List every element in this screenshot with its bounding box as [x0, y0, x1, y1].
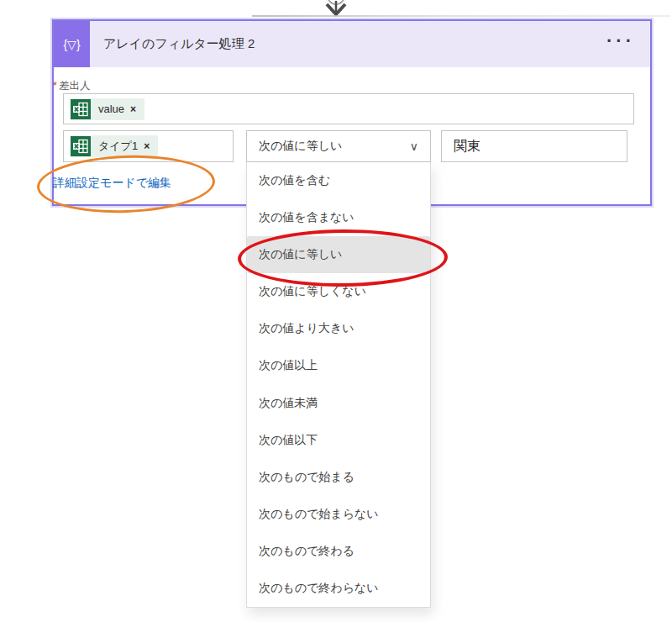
operator-dropdown-list: 次の値を含む 次の値を含まない 次の値に等しい 次の値に等しくない 次の値より大… — [246, 162, 431, 608]
filter-array-icon: {▽} — [54, 21, 90, 67]
dropdown-option[interactable]: 次の値を含まない — [247, 199, 430, 236]
operator-select[interactable]: 次の値に等しい ∨ — [246, 130, 431, 162]
from-field-input[interactable]: value × — [63, 93, 634, 124]
from-label-text: 差出人 — [59, 80, 91, 92]
from-field-label: *差出人 — [53, 79, 90, 93]
type-token[interactable]: タイプ1 × — [71, 135, 158, 157]
chevron-down-icon: ∨ — [410, 140, 418, 153]
operator-selected-value: 次の値に等しい — [259, 139, 342, 154]
dropdown-option[interactable]: 次のもので終わる — [247, 533, 430, 570]
right-operand-box[interactable] — [441, 130, 627, 162]
dropdown-option[interactable]: 次の値以上 — [247, 347, 430, 384]
remove-token-button[interactable]: × — [144, 140, 150, 152]
advanced-mode-link[interactable]: 詳細設定モードで編集 — [53, 176, 171, 191]
dropdown-option[interactable]: 次のもので始まらない — [247, 496, 430, 533]
dropdown-option-selected[interactable]: 次の値に等しい — [247, 236, 430, 273]
value-token[interactable]: value × — [71, 98, 144, 120]
cropped-shadow-line — [252, 15, 670, 17]
dropdown-option[interactable]: 次の値に等しくない — [247, 273, 430, 310]
dropdown-option[interactable]: 次の値より大きい — [247, 310, 430, 347]
filter-glyph: {▽} — [63, 38, 80, 51]
required-marker: * — [53, 80, 57, 92]
dropdown-option[interactable]: 次のもので終わらない — [247, 570, 430, 607]
dropdown-option[interactable]: 次の値を含む — [247, 162, 430, 199]
dropdown-option[interactable]: 次の値以下 — [247, 422, 430, 459]
card-title: アレイのフィルター処理 2 — [103, 36, 255, 52]
excel-icon — [71, 136, 91, 156]
token-label: value — [98, 103, 124, 115]
more-options-button[interactable]: ··· — [606, 33, 635, 56]
remove-token-button[interactable]: × — [130, 103, 136, 115]
right-operand-input[interactable] — [452, 138, 615, 155]
card-header[interactable]: {▽} アレイのフィルター処理 2 ··· — [54, 21, 650, 67]
token-label: タイプ1 — [98, 139, 138, 154]
left-operand-input[interactable]: タイプ1 × — [63, 130, 234, 162]
page: {▽} アレイのフィルター処理 2 ··· *差出人 value × — [0, 0, 672, 622]
dropdown-option[interactable]: 次の値未満 — [247, 384, 430, 421]
excel-icon — [71, 99, 91, 119]
dropdown-option[interactable]: 次のもので始まる — [247, 459, 430, 496]
